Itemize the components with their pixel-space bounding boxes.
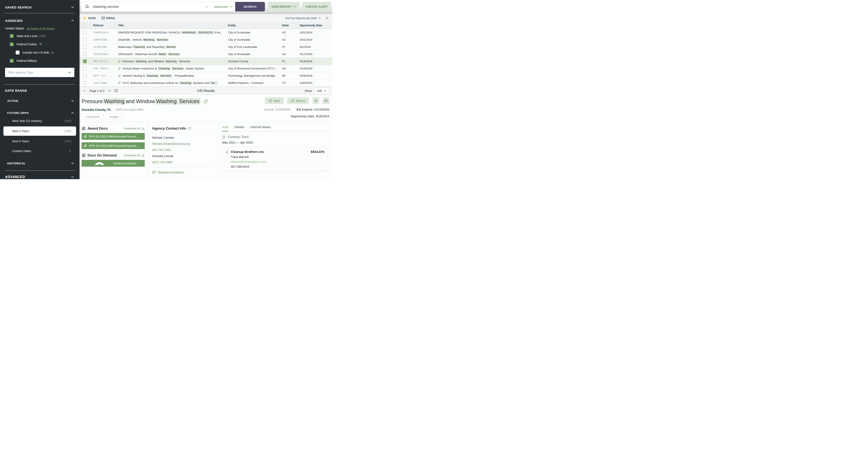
favorite-button[interactable] [312,97,319,104]
search-input[interactable] [92,4,205,9]
filter-agency-type-select[interactable]: Filter Agency Type [5,68,74,77]
contact-phone2-link[interactable]: (407) 742-0900 [152,161,215,164]
select-all-checkbox[interactable] [80,24,90,27]
advanced-section-toggle[interactable]: ADVANCED [5,174,74,179]
agencies-section-toggle[interactable]: AGENCIES [5,18,74,23]
agency-filter-state-and-local[interactable]: State and Local(145) [10,34,74,38]
next-page-icon[interactable] [107,89,111,93]
row-checkbox[interactable] [83,67,87,70]
date-range-active-toggle[interactable]: ACTIVE [7,98,74,103]
email-button[interactable]: EMAIL [101,16,115,20]
row-checkbox[interactable] [83,45,87,49]
advanced-title: ADVANCED [5,175,25,179]
header-refnum[interactable]: Refnum [90,23,115,28]
view-label: View [274,99,280,102]
table-row[interactable]: 20RP028B ...20rp028b - Vehicle Washing S… [80,36,332,43]
detail-tabs: IntelDetailsInternal Notes [222,125,328,132]
page-size-select[interactable]: 100 [314,88,329,94]
doc-file-button[interactable]: RFP-20-11911-MM-Executed Amend... [82,133,145,140]
checkbox-checked-icon[interactable] [10,59,13,63]
external-link-icon[interactable] [204,99,208,104]
view-report-button[interactable]: VIEW REPORT [268,2,299,11]
bid-expired-date: Bid Expired: 12/15/2020 [297,108,329,111]
doc-file-button[interactable]: VendorLinkZipFile.zip [82,160,145,167]
agency-filter-federal-military[interactable]: Federal Military [10,59,74,63]
advanced-search-dropdown[interactable]: Advanced [214,5,232,8]
table-row[interactable]: RFP-20-11...Pressure Washing and Window … [80,58,332,65]
table-row[interactable]: UV-C Stati...UV-C Stationary and Autonom… [80,79,332,87]
header-opportunity-date[interactable]: Opportunity Date [297,23,332,28]
date-option-custom-dates[interactable]: Custom Dates [3,147,76,155]
date-option-next-5-years[interactable]: Next 5 Years(161) [3,137,76,145]
vendor-amount: $923,670 [311,150,324,154]
checkbox-checked-icon[interactable] [10,34,13,38]
doc-file-button[interactable]: RFP-20-11911-MM-Executed Agenda... [82,142,145,149]
view-button[interactable]: View [265,97,284,104]
table-row[interactable]: IFB : IFB# 2...Annual Sewer Inspection &… [80,65,332,72]
download-all-award-docs[interactable]: Download All [124,127,145,130]
row-checkbox[interactable] [83,74,87,77]
vendor-contact-email[interactable]: tbarnett@cleanupbros.com [231,160,324,164]
all-states-link[interactable]: All States & Territories [27,27,55,30]
row-checkbox[interactable] [83,38,87,41]
keywords-button[interactable]: 2 Keywords [82,114,103,120]
source-button[interactable]: Source [287,97,309,104]
tab-intel[interactable]: Intel [222,125,228,132]
header-entity[interactable]: Entity [225,23,279,28]
contact-email-link[interactable]: Michael.Amato@osceola.org [152,142,215,145]
opportunity-date: Opportunity Date: 4/18/2024 [291,114,329,118]
contact-phone-link[interactable]: 407-742-7403 [152,148,215,152]
detail-pane: Pressure Washing and Window Washing Serv… [80,95,332,179]
sort-dropdown[interactable]: Sort by Opportunity Date [285,16,321,20]
info-icon[interactable] [188,127,192,130]
tab-details[interactable]: Details [234,125,244,131]
table-header: Refnum Title Entity State Opportunity Da… [80,22,332,29]
filter-funnel-icon[interactable] [39,42,42,46]
vendor-card[interactable]: Cleanup Brothers Inc $923,670 Trace Barn… [222,147,328,171]
agency-filter-federal-civilian[interactable]: Federal Civilian [10,42,74,46]
header-title[interactable]: Title [115,23,225,28]
agency-filter-label: Include non-US bids [23,51,49,54]
agency-contact-column: Agency Contact Info Michael J Amato Mich… [148,122,219,179]
gear-icon[interactable] [325,16,329,20]
chevron-down-icon [70,161,74,165]
save-button[interactable]: SAVE [83,16,96,20]
issued-date: Issued: 11/20/2020 [264,108,290,111]
checkbox-unchecked-icon[interactable] [16,51,20,55]
date-option-next-year-12-months[interactable]: Next Year (12 months)(102) [3,117,76,125]
agency-contact-title: Agency Contact Info [152,126,186,130]
email-item-button[interactable] [322,97,329,104]
clear-search-icon[interactable] [205,5,208,8]
download-all-docs-on-demand[interactable]: Download All [124,154,145,157]
table-row[interactable]: RFP - 171 - ...Vehicle Hauling & Cleanin… [80,72,332,79]
row-checkbox-checked[interactable] [83,60,87,63]
chevron-up-icon [70,19,74,23]
row-title: Annual Sewer Inspection & Cleaning Servi… [115,67,225,70]
table-row[interactable]: 12285-595Waterways Cleaning and Reportin… [80,43,332,51]
previous-page-icon[interactable] [83,89,87,93]
refresh-icon[interactable] [114,89,118,93]
row-checkbox[interactable] [83,31,87,34]
snippet-button[interactable]: Snippet [106,114,122,120]
table-row[interactable]: 1552SOW2...1552sow23 - Stearman Aircraft… [80,51,332,58]
clock-icon [222,135,226,139]
header-state[interactable]: State [279,23,297,28]
separator-dot: • [113,108,115,111]
date-range-historical-toggle[interactable]: HISTORICAL [7,161,74,166]
saved-search-section-toggle[interactable]: SAVED SEARCH [5,5,74,10]
agency-filter-include-non-us-bids[interactable]: Include non-US bids [16,50,74,55]
search-button[interactable]: SEARCH [235,2,265,11]
row-checkbox[interactable] [83,52,87,56]
date-option-next-3-years[interactable]: Next 3 Years(145) [3,126,76,136]
row-checkbox[interactable] [83,81,87,85]
row-title: Waterways Cleaning and Reporting Service [115,45,225,48]
request-assistance-link[interactable]: Request Assistance [152,170,215,174]
date-range-future-toggle[interactable]: FUTURE OPPS [7,110,74,115]
detail-agency[interactable]: Osceola County, FL [82,108,111,111]
tab-internal-notes[interactable]: Internal Notes [250,125,271,131]
checkbox-checked-icon[interactable] [10,42,13,46]
table-row[interactable]: 20RP028 R...20RP028 REQUEST FOR PROPOSAL… [80,29,332,36]
row-state: FL [279,60,297,63]
row-refnum: 1552SOW2... [90,53,115,56]
create-alert-button[interactable]: CREATE ALERT [303,2,331,11]
